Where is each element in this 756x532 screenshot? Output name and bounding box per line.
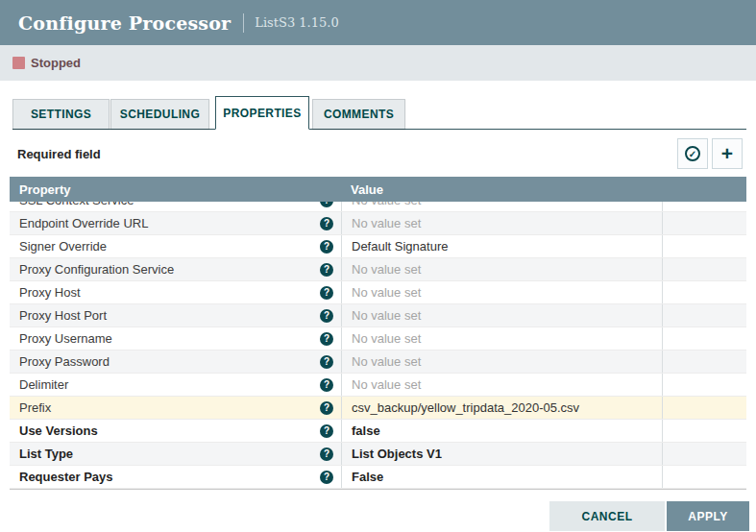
property-cell: SSL Context Service? xyxy=(10,202,341,211)
value-cell[interactable]: Default Signature xyxy=(341,235,662,257)
question-circle-icon[interactable]: ? xyxy=(320,447,333,461)
value-cell[interactable]: false xyxy=(341,420,662,442)
property-cell: Endpoint Override URL? xyxy=(10,212,341,234)
configure-processor-dialog: Configure Processor ListS3 1.15.0 Stoppe… xyxy=(0,0,756,532)
verify-properties-button[interactable]: ✓ xyxy=(677,138,708,169)
clipped-row-container: SSL Context Service?No value set xyxy=(10,202,746,212)
tab-properties[interactable]: PROPERTIES xyxy=(215,96,309,130)
table-row: List Type?List Objects V1 xyxy=(10,443,746,466)
question-circle-icon[interactable]: ? xyxy=(320,355,333,369)
add-property-button[interactable]: + xyxy=(712,138,743,169)
property-cell: List Type? xyxy=(10,443,341,465)
table-row: Proxy Host?No value set xyxy=(10,281,746,304)
question-circle-icon[interactable]: ? xyxy=(320,378,333,392)
table-row: Proxy Password?No value set xyxy=(10,351,746,374)
table-row: Prefix?csv_backup/yellow_tripdata_2020-0… xyxy=(10,397,746,420)
property-value: No value set xyxy=(352,285,421,300)
row-extra-cell xyxy=(662,281,746,303)
row-extra-cell xyxy=(662,202,746,211)
property-name: Use Versions xyxy=(19,423,98,438)
question-circle-icon[interactable]: ? xyxy=(320,332,333,346)
dialog-titlebar: Configure Processor ListS3 1.15.0 xyxy=(0,0,756,45)
title-separator xyxy=(243,13,244,33)
question-circle-icon[interactable]: ? xyxy=(320,263,333,277)
row-extra-cell xyxy=(662,351,746,373)
tab-scheduling[interactable]: SCHEDULING xyxy=(110,99,209,129)
question-circle-icon[interactable]: ? xyxy=(320,217,333,230)
property-value: Default Signature xyxy=(352,239,448,254)
tab-settings[interactable]: SETTINGS xyxy=(12,99,110,129)
cancel-button[interactable]: CANCEL xyxy=(549,501,665,531)
question-circle-icon[interactable]: ? xyxy=(320,286,333,300)
question-circle-icon[interactable]: ? xyxy=(320,471,333,484)
table-toolbar: Required field ✓ + xyxy=(17,138,743,169)
value-cell[interactable]: List Objects V1 xyxy=(341,443,662,465)
row-extra-cell xyxy=(662,420,746,442)
table-row: Requester Pays?False xyxy=(10,466,746,489)
table-header: Property Value xyxy=(10,177,746,202)
question-circle-icon[interactable]: ? xyxy=(320,401,333,415)
property-cell: Signer Override? xyxy=(10,235,341,257)
table-row: Endpoint Override URL?No value set xyxy=(10,212,746,235)
question-circle-icon[interactable]: ? xyxy=(320,202,333,207)
table-row: Proxy Username?No value set xyxy=(10,327,746,351)
dialog-footer: CANCEL APPLY xyxy=(549,501,749,531)
stopped-square-icon xyxy=(12,57,25,69)
value-cell[interactable]: No value set xyxy=(341,351,662,373)
table-row: Signer Override?Default Signature xyxy=(10,235,746,258)
question-circle-icon[interactable]: ? xyxy=(320,240,333,254)
value-cell[interactable]: No value set xyxy=(341,327,662,350)
properties-table: Property Value SSL Context Service?No va… xyxy=(10,177,746,490)
property-value: False xyxy=(352,470,383,484)
value-cell[interactable]: No value set xyxy=(341,258,662,280)
apply-button[interactable]: APPLY xyxy=(667,501,749,531)
table-row: SSL Context Service?No value set xyxy=(10,202,746,212)
property-name: Proxy Password xyxy=(19,354,110,369)
question-circle-icon[interactable]: ? xyxy=(320,309,333,323)
property-cell: Proxy Username? xyxy=(10,327,341,350)
column-header-value: Value xyxy=(341,182,662,197)
tab-bar: SETTINGS SCHEDULING PROPERTIES COMMENTS xyxy=(12,95,746,130)
row-extra-cell xyxy=(662,443,746,465)
property-name: Requester Pays xyxy=(19,470,113,484)
property-cell: Proxy Configuration Service? xyxy=(10,258,341,280)
value-cell[interactable]: No value set xyxy=(341,374,662,396)
required-field-label: Required field xyxy=(17,147,101,161)
status-bar: Stopped xyxy=(0,45,756,81)
property-value: false xyxy=(352,423,380,438)
value-cell[interactable]: No value set xyxy=(341,304,662,326)
table-row: Proxy Host Port?No value set xyxy=(10,304,746,327)
property-cell: Proxy Password? xyxy=(10,351,341,373)
property-value: No value set xyxy=(352,377,421,392)
tab-comments[interactable]: COMMENTS xyxy=(312,99,405,129)
property-cell: Prefix? xyxy=(10,397,341,419)
property-name: Signer Override xyxy=(19,239,107,254)
value-cell[interactable]: No value set xyxy=(341,281,662,303)
row-extra-cell xyxy=(662,235,746,257)
status-label: Stopped xyxy=(31,56,81,70)
plus-icon: + xyxy=(721,144,733,163)
properties-table-rows: Endpoint Override URL?No value setSigner… xyxy=(10,212,746,489)
row-extra-cell xyxy=(662,466,746,488)
property-value: List Objects V1 xyxy=(352,447,442,461)
row-extra-cell xyxy=(662,374,746,396)
value-cell[interactable]: No value set xyxy=(341,212,662,234)
value-cell[interactable]: No value set xyxy=(341,202,662,211)
property-value: csv_backup/yellow_tripdata_2020-05.csv xyxy=(352,400,579,415)
property-name: Endpoint Override URL xyxy=(19,216,148,230)
property-name: Proxy Configuration Service xyxy=(19,262,174,277)
property-value: No value set xyxy=(352,262,421,277)
processor-name-version: ListS3 1.15.0 xyxy=(255,15,338,30)
property-name: Delimiter xyxy=(19,377,68,392)
property-name: Prefix xyxy=(19,400,51,415)
table-row: Proxy Configuration Service?No value set xyxy=(10,258,746,281)
check-circle-icon: ✓ xyxy=(685,146,700,161)
value-cell[interactable]: csv_backup/yellow_tripdata_2020-05.csv xyxy=(341,397,662,419)
value-cell[interactable]: False xyxy=(341,466,662,488)
property-value: No value set xyxy=(352,354,421,369)
table-row: Use Versions?false xyxy=(10,420,746,443)
column-header-property: Property xyxy=(10,182,341,197)
property-name: List Type xyxy=(19,447,73,461)
question-circle-icon[interactable]: ? xyxy=(320,424,333,438)
property-name: Proxy Username xyxy=(19,331,112,346)
